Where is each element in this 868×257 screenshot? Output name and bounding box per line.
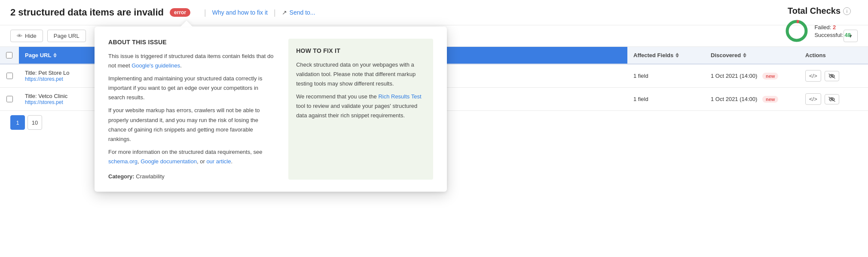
th-checkbox <box>0 47 19 64</box>
sort-discovered-icon <box>743 53 746 58</box>
sort-affected-fields-icon <box>675 53 679 58</box>
hide-icon: 👁 <box>17 33 22 39</box>
error-badge: error <box>170 8 190 17</box>
how-to-fix-text-1: Check structured data on your webpages w… <box>296 60 425 89</box>
checks-stats: Failed: 2 Successful: 48 <box>814 24 851 38</box>
select-all-checkbox[interactable] <box>6 52 12 58</box>
category-text: Category: Crawlability <box>108 173 276 180</box>
row2-checkbox-cell <box>0 91 19 107</box>
row2-affected-fields: 1 field <box>627 91 705 107</box>
about-text-1: This issue is triggered if structured da… <box>108 52 276 70</box>
google-doc-link[interactable]: Google documentation <box>141 158 197 165</box>
schema-org-link[interactable]: schema.org <box>108 158 138 165</box>
svg-point-0 <box>787 21 806 40</box>
divider-1: | <box>204 8 206 17</box>
about-text-4: If your website markup has errors, crawl… <box>108 106 276 144</box>
row1-discovered: 1 Oct 2021 (14:00) new <box>705 67 799 84</box>
about-text-3: Implementing and maintaining your struct… <box>108 74 276 102</box>
page-1-button[interactable]: 1 <box>10 115 25 130</box>
hide-button[interactable]: 👁 Hide <box>10 30 43 42</box>
row1-affected-fields: 1 field <box>627 67 705 84</box>
popup-right: HOW TO FIX IT Check structured data on y… <box>288 39 433 180</box>
info-icon[interactable]: i <box>843 7 851 15</box>
row2-checkbox[interactable] <box>6 96 13 102</box>
th-discovered[interactable]: Discovered <box>705 47 799 64</box>
donut-chart <box>784 18 809 43</box>
row1-checkbox-cell <box>0 67 19 84</box>
header-bar: 2 structured data items are invalid erro… <box>0 0 868 25</box>
send-to-link[interactable]: ↗ Send to... <box>282 9 315 16</box>
divider-2: | <box>274 8 276 17</box>
about-title: ABOUT THIS ISSUE <box>108 39 276 46</box>
row2-code-button[interactable]: </> <box>805 93 821 105</box>
about-text-5: For more information on the structured d… <box>108 147 276 166</box>
th-affected-fields[interactable]: Affected Fields <box>627 47 705 64</box>
row2-new-badge: new <box>762 96 778 103</box>
why-fix-link[interactable]: Why and how to fix it <box>212 9 268 16</box>
page-title: 2 structured data items are invalid <box>10 7 164 18</box>
google-guidelines-link[interactable]: Google's guidelines <box>131 62 180 69</box>
popup-arrow <box>180 21 193 27</box>
send-icon: ↗ <box>282 9 287 16</box>
row1-checkbox[interactable] <box>6 73 13 79</box>
row1-actions: </> <box>799 65 868 87</box>
popup-inner: ABOUT THIS ISSUE This issue is triggered… <box>108 39 433 180</box>
row1-code-button[interactable]: </> <box>805 70 821 82</box>
total-checks-label: Total Checks <box>788 6 840 16</box>
popup-left: ABOUT THIS ISSUE This issue is triggered… <box>108 39 276 180</box>
page-container: 2 structured data items are invalid erro… <box>0 0 868 257</box>
how-to-fix-title: HOW TO FIX IT <box>296 47 425 54</box>
how-to-fix-text-2: We recommend that you use the Rich Resul… <box>296 92 425 120</box>
our-article-link[interactable]: our article <box>206 158 231 165</box>
rich-results-link[interactable]: Rich Results Test <box>378 93 421 100</box>
success-count: Successful: 48 <box>814 32 851 38</box>
row1-new-badge: new <box>762 73 778 80</box>
page-10-button[interactable]: 10 <box>28 115 42 130</box>
th-actions: Actions <box>799 47 868 64</box>
page-url-button[interactable]: Page URL <box>47 30 86 42</box>
sort-page-url-icon <box>53 53 57 58</box>
row1-hide-button[interactable] <box>825 71 839 81</box>
row2-discovered: 1 Oct 2021 (14:00) new <box>705 91 799 107</box>
row2-hide-button[interactable] <box>825 94 839 104</box>
row2-actions: </> <box>799 88 868 110</box>
failed-count: Failed: 2 <box>814 24 851 31</box>
popup-card: ABOUT THIS ISSUE This issue is triggered… <box>95 27 447 192</box>
total-checks-area: Total Checks i <box>784 6 851 43</box>
